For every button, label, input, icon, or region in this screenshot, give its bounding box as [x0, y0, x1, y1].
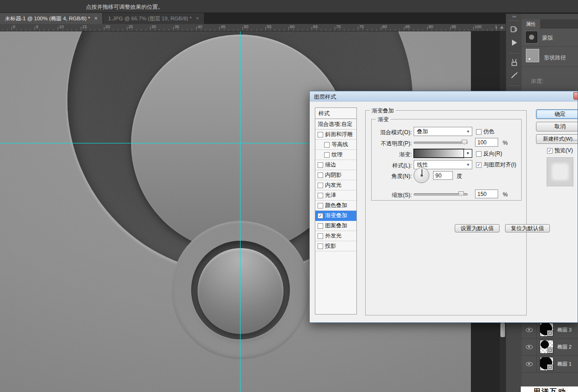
style-effect-item[interactable]: ✓渐变叠加	[315, 211, 356, 221]
dialog-title-bar[interactable]: 图层样式	[310, 91, 578, 101]
scale-slider-thumb[interactable]	[458, 191, 464, 196]
opacity-slider[interactable]	[414, 140, 468, 145]
set-default-button[interactable]: 设置为默认值	[455, 224, 500, 232]
align-with-layer-label: 与图层对齐(I)	[483, 161, 516, 169]
tool-presets-panel-icon[interactable]	[509, 58, 519, 67]
dither-checkbox-group[interactable]: 仿色	[476, 128, 494, 136]
style-effect-checkbox[interactable]	[318, 233, 323, 239]
layer-visibility-cell[interactable]	[522, 356, 537, 372]
layer-row[interactable]: 椭圆 1	[522, 356, 578, 373]
angle-unit: 度	[457, 172, 462, 180]
reverse-checkbox[interactable]	[476, 151, 482, 157]
layer-thumbnail[interactable]	[540, 323, 554, 337]
ruler-unit-label: 100	[475, 24, 482, 29]
tab-close-icon[interactable]: ×	[196, 16, 199, 21]
eye-icon[interactable]	[526, 328, 533, 332]
style-effect-item[interactable]: 颜色叠加	[315, 201, 356, 211]
style-effect-item[interactable]: 等高线	[315, 140, 356, 150]
style-effect-item[interactable]: 内发光	[315, 180, 356, 190]
style-effect-label: 纹理	[331, 151, 343, 159]
style-effect-item[interactable]: 内阴影	[315, 170, 356, 180]
style-effect-item[interactable]: 描边	[315, 160, 356, 170]
eye-icon[interactable]	[526, 362, 533, 366]
photoshop-window: 点按并拖移可调整效果的位置。 未标题-1 @ 100% (椭圆 4, RGB/8…	[0, 0, 578, 392]
style-effect-checkbox[interactable]	[318, 244, 323, 249]
preview-checkbox-group[interactable]: ✓ 预览(V)	[547, 147, 573, 154]
blending-options-item[interactable]: 混合选项:自定	[315, 119, 356, 130]
style-effect-item[interactable]: 纹理	[315, 150, 356, 160]
mask-thumbnail-button[interactable]	[526, 31, 537, 43]
style-effect-checkbox[interactable]	[318, 172, 323, 178]
style-effect-checkbox[interactable]	[324, 142, 330, 148]
style-effect-checkbox[interactable]	[318, 183, 323, 188]
reverse-checkbox-group[interactable]: 反向(R)	[476, 150, 502, 158]
scroll-up-arrow-icon[interactable]	[500, 26, 504, 29]
style-effect-checkbox[interactable]	[318, 203, 323, 208]
layer-row[interactable]: 椭圆 2	[522, 339, 578, 356]
style-effect-item[interactable]: 外发光	[315, 231, 356, 241]
tab-close-icon[interactable]: ×	[94, 16, 97, 21]
horizontal-ruler[interactable]: 0510152025303540455055606570758085909510…	[0, 24, 506, 31]
new-style-button[interactable]: 新建样式(W)...	[536, 134, 578, 144]
angle-dial[interactable]	[414, 167, 429, 183]
ruler-unit-label: 85	[405, 24, 410, 29]
tab-properties[interactable]: 属性	[522, 19, 540, 29]
history-panel-icon[interactable]	[509, 25, 519, 34]
dialog-close-button[interactable]	[573, 92, 578, 100]
vertical-guide[interactable]	[240, 31, 241, 392]
shape-path-thumbnail[interactable]	[526, 49, 539, 62]
style-effect-item[interactable]: 斜面和浮雕	[315, 130, 356, 140]
cancel-button[interactable]: 取消	[536, 122, 578, 131]
style-effect-item[interactable]: 投影	[315, 241, 356, 251]
scale-slider[interactable]	[414, 191, 468, 196]
layer-visibility-cell[interactable]	[522, 321, 537, 338]
layer-style-dialog: 图层样式 样式 混合选项:自定 斜面和浮雕等高线纹理描边内阴影内发光光泽颜色叠加…	[309, 91, 578, 323]
gradient-picker-dropdown[interactable]: ▼	[464, 149, 472, 158]
mask-label: 蒙版	[542, 34, 553, 42]
scale-input[interactable]	[475, 190, 498, 198]
eye-icon[interactable]	[526, 345, 533, 349]
properties-panel-body: 蒙版 形状路径 浓度:	[522, 29, 578, 91]
actions-panel-icon[interactable]	[509, 38, 519, 47]
gradient-swatch[interactable]	[414, 149, 464, 158]
angle-input[interactable]	[433, 171, 453, 180]
style-effect-item[interactable]: 光泽	[315, 190, 356, 201]
align-with-layer-checkbox[interactable]: ✓	[476, 162, 482, 168]
style-effect-checkbox[interactable]	[318, 162, 323, 168]
layers-list: 椭圆 3椭圆 2椭圆 1	[522, 321, 578, 373]
layer-thumbnail[interactable]	[540, 340, 554, 354]
style-effect-label: 斜面和浮雕	[325, 131, 353, 138]
document-tab[interactable]: 1.JPG @ 66.7% (图层 19, RGB/8) *×	[103, 13, 205, 24]
opacity-slider-thumb[interactable]	[462, 140, 467, 145]
ok-button[interactable]: 确定	[536, 109, 578, 119]
style-effect-checkbox[interactable]	[324, 152, 330, 158]
ruler-unit-label: 70	[336, 24, 341, 29]
style-effect-items: 斜面和浮雕等高线纹理描边内阴影内发光光泽颜色叠加✓渐变叠加图案叠加外发光投影	[315, 130, 356, 251]
style-effect-checkbox[interactable]: ✓	[318, 213, 323, 219]
blend-mode-value: 叠加	[417, 128, 428, 136]
layer-visibility-cell[interactable]	[522, 339, 537, 355]
dither-checkbox[interactable]	[476, 129, 482, 135]
ruler-unit-label: 20	[105, 24, 110, 29]
collapse-panels-icon[interactable]: ««	[506, 14, 522, 19]
style-effect-checkbox[interactable]	[318, 223, 323, 229]
layer-name: 椭圆 1	[557, 361, 572, 368]
preview-checkbox[interactable]: ✓	[547, 148, 553, 154]
align-with-layer-checkbox-group[interactable]: ✓ 与图层对齐(I)	[476, 161, 516, 169]
document-tab-title: 1.JPG @ 66.7% (图层 19, RGB/8) *	[108, 15, 192, 22]
reset-default-button[interactable]: 复位为默认值	[505, 224, 550, 232]
style-effect-checkbox[interactable]	[318, 193, 323, 198]
scrollbar-thumb[interactable]	[500, 323, 505, 337]
brush-panel-icon[interactable]	[509, 71, 519, 80]
layer-row[interactable]: 椭圆 3	[522, 321, 578, 339]
document-tab[interactable]: 未标题-1 @ 100% (椭圆 4, RGB/8) *×	[0, 13, 103, 24]
blend-mode-select[interactable]: 叠加 ▼	[414, 127, 472, 136]
dock-grip	[509, 20, 519, 21]
style-effect-item[interactable]: 图案叠加	[315, 221, 356, 231]
opacity-input[interactable]	[475, 138, 498, 147]
layer-thumbnail[interactable]	[540, 357, 554, 371]
style-effect-label: 颜色叠加	[325, 202, 347, 209]
style-label: 样式(L):	[372, 162, 412, 170]
style-effect-checkbox[interactable]	[318, 132, 323, 137]
scale-label: 缩放(S):	[372, 191, 412, 199]
